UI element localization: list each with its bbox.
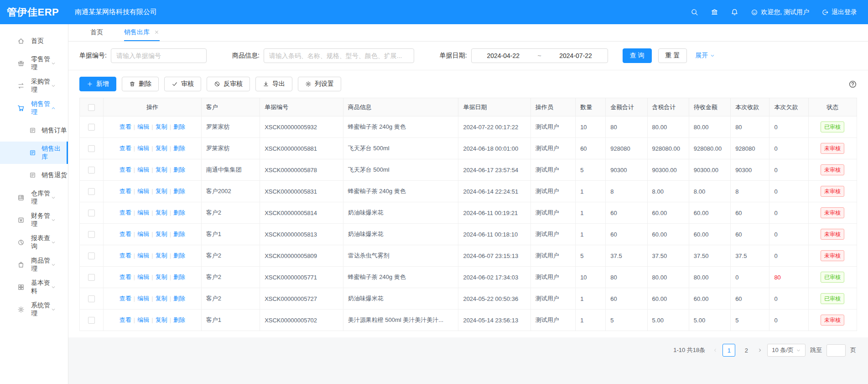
row-action-复制[interactable]: 复制 xyxy=(156,123,167,130)
date-range-picker[interactable]: 2024-04-22 ~ 2024-07-22 xyxy=(471,48,608,63)
row-checkbox[interactable] xyxy=(88,188,95,195)
toolbar-button-1[interactable]: 删除 xyxy=(122,77,159,91)
sidebar-item-4[interactable]: 仓库管理 xyxy=(0,186,68,209)
sidebar-subitem-3-2[interactable]: 销售退货 xyxy=(0,164,68,186)
row-action-查看[interactable]: 查看 xyxy=(120,145,131,152)
sidebar-item-3[interactable]: 销售管理 xyxy=(0,97,68,119)
row-action-删除[interactable]: 删除 xyxy=(173,252,185,259)
sidebar-item-2[interactable]: 采购管理 xyxy=(0,74,68,97)
row-action-编辑[interactable]: 编辑 xyxy=(137,274,149,280)
logout-button[interactable]: 退出登录 xyxy=(821,8,857,16)
row-action-编辑[interactable]: 编辑 xyxy=(137,252,149,259)
page-number-2[interactable]: 2 xyxy=(740,344,753,357)
row-action-查看[interactable]: 查看 xyxy=(120,295,131,302)
sidebar-item-8[interactable]: 基本资料 xyxy=(0,276,68,298)
search-button[interactable]: 查 询 xyxy=(623,48,652,63)
sidebar-item-0[interactable]: 首页 xyxy=(0,30,68,52)
row-checkbox[interactable] xyxy=(88,295,95,302)
row-action-查看[interactable]: 查看 xyxy=(120,316,131,323)
row-checkbox[interactable] xyxy=(88,145,95,152)
row-checkbox[interactable] xyxy=(88,317,95,324)
row-action-查看[interactable]: 查看 xyxy=(120,231,131,237)
cell-qty: 1 xyxy=(576,181,606,202)
sidebar-subitem-3-0[interactable]: 销售订单 xyxy=(0,119,68,142)
cell-receivable: 60.00 xyxy=(689,202,730,224)
cell-status: 未审核 xyxy=(808,310,857,331)
row-action-删除[interactable]: 删除 xyxy=(173,166,185,173)
toolbar-button-0[interactable]: 新增 xyxy=(79,77,116,91)
row-action-编辑[interactable]: 编辑 xyxy=(137,209,149,216)
row-action-编辑[interactable]: 编辑 xyxy=(137,188,149,195)
sidebar-item-9[interactable]: 系统管理 xyxy=(0,298,68,321)
sidebar-item-7[interactable]: 商品管理 xyxy=(0,253,68,276)
row-action-查看[interactable]: 查看 xyxy=(120,123,131,130)
toolbar-button-5[interactable]: 列设置 xyxy=(298,77,341,91)
row-action-查看[interactable]: 查看 xyxy=(120,188,131,195)
row-action-删除[interactable]: 删除 xyxy=(173,295,185,302)
toolbar-button-2[interactable]: 审核 xyxy=(164,77,201,91)
jump-page-input[interactable] xyxy=(826,344,846,357)
select-all-checkbox[interactable] xyxy=(88,104,95,111)
page-size-select[interactable]: 10 条/页 xyxy=(767,344,806,357)
sidebar-item-1[interactable]: 零售管理 xyxy=(0,52,68,74)
trash-icon xyxy=(129,81,135,87)
row-action-编辑[interactable]: 编辑 xyxy=(137,231,149,237)
tab-0[interactable]: 首页 xyxy=(90,24,103,41)
close-icon[interactable] xyxy=(154,29,160,35)
row-action-删除[interactable]: 删除 xyxy=(173,209,185,216)
expand-link[interactable]: 展开 xyxy=(695,52,715,60)
row-action-编辑[interactable]: 编辑 xyxy=(137,123,149,130)
toolbar-button-3[interactable]: 反审核 xyxy=(207,77,250,91)
row-action-删除[interactable]: 删除 xyxy=(173,231,185,237)
sidebar-item-6[interactable]: 报表查询 xyxy=(0,231,68,253)
row-action-查看[interactable]: 查看 xyxy=(120,209,131,216)
tab-1[interactable]: 销售出库 xyxy=(124,24,160,41)
row-checkbox[interactable] xyxy=(88,231,95,238)
row-action-编辑[interactable]: 编辑 xyxy=(137,166,149,173)
row-action-删除[interactable]: 删除 xyxy=(173,188,185,195)
sidebar-subitem-label: 销售订单 xyxy=(42,126,67,135)
sidebar-item-5[interactable]: 财务管理 xyxy=(0,209,68,231)
row-checkbox[interactable] xyxy=(88,252,95,259)
row-action-复制[interactable]: 复制 xyxy=(156,188,167,195)
row-action-复制[interactable]: 复制 xyxy=(156,252,167,259)
bill-no-input[interactable] xyxy=(111,48,207,63)
toolbar-button-4[interactable]: 导出 xyxy=(255,77,292,91)
row-action-编辑[interactable]: 编辑 xyxy=(137,145,149,152)
row-action-复制[interactable]: 复制 xyxy=(156,166,167,173)
row-action-复制[interactable]: 复制 xyxy=(156,209,167,216)
sidebar-item-label: 销售管理 xyxy=(31,100,51,116)
row-checkbox[interactable] xyxy=(88,167,95,174)
row-action-编辑[interactable]: 编辑 xyxy=(137,316,149,323)
row-action-复制[interactable]: 复制 xyxy=(156,295,167,302)
row-action-删除[interactable]: 删除 xyxy=(173,145,185,152)
row-action-删除[interactable]: 删除 xyxy=(173,123,185,130)
search-icon[interactable] xyxy=(691,8,698,16)
row-action-复制[interactable]: 复制 xyxy=(156,231,167,237)
bill-no-label: 单据编号: xyxy=(79,52,107,60)
row-action-删除[interactable]: 删除 xyxy=(173,316,185,323)
row-action-编辑[interactable]: 编辑 xyxy=(137,295,149,302)
sidebar-subitem-3-1[interactable]: 销售出库 xyxy=(0,142,68,164)
prev-page-button[interactable] xyxy=(712,347,718,353)
row-action-查看[interactable]: 查看 xyxy=(120,274,131,280)
page-number-1[interactable]: 1 xyxy=(722,344,735,357)
row-action-查看[interactable]: 查看 xyxy=(120,166,131,173)
bank-icon[interactable] xyxy=(711,8,718,16)
product-info-input[interactable] xyxy=(264,48,414,63)
row-action-复制[interactable]: 复制 xyxy=(156,145,167,152)
cell-actions: 查看|编辑|复制|删除 xyxy=(104,159,202,181)
help-icon[interactable] xyxy=(848,80,857,89)
row-action-复制[interactable]: 复制 xyxy=(156,274,167,280)
row-checkbox[interactable] xyxy=(88,274,95,281)
welcome-user[interactable]: 欢迎您, 测试用户 xyxy=(751,8,809,16)
next-page-button[interactable] xyxy=(757,347,763,353)
row-action-删除[interactable]: 删除 xyxy=(173,274,185,280)
row-action-查看[interactable]: 查看 xyxy=(120,252,131,259)
row-checkbox[interactable] xyxy=(88,210,95,216)
cell-bill-no: XSCK00000005878 xyxy=(260,159,343,181)
row-checkbox[interactable] xyxy=(88,124,95,131)
bell-icon[interactable] xyxy=(731,8,738,16)
row-action-复制[interactable]: 复制 xyxy=(156,316,167,323)
reset-button[interactable]: 重 置 xyxy=(658,48,687,63)
